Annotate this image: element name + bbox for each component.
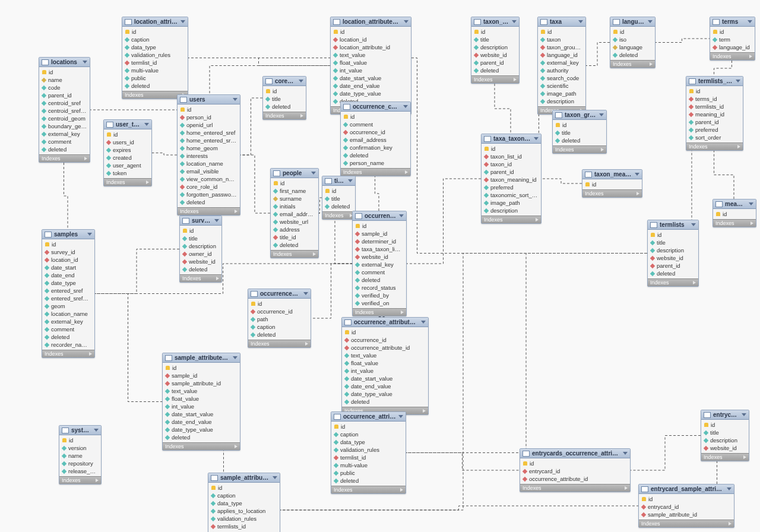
table-titles[interactable]: titlesidtitledeletedIndexes — [322, 176, 356, 220]
field[interactable]: title — [263, 95, 306, 103]
pk-field[interactable]: id — [639, 495, 734, 503]
table-header[interactable]: samples — [42, 230, 94, 239]
field[interactable]: verified_on — [353, 299, 406, 307]
field[interactable]: location_id — [42, 256, 94, 264]
field[interactable]: data_type — [331, 438, 406, 446]
field[interactable]: date_type_value — [342, 390, 428, 398]
field[interactable]: caption — [122, 36, 188, 43]
field[interactable]: home_geom — [178, 144, 240, 152]
table-header[interactable]: people — [271, 169, 318, 178]
chevron-down-icon[interactable] — [144, 123, 149, 126]
field[interactable]: taxon_meaning_id — [482, 176, 541, 183]
field[interactable]: description — [701, 436, 749, 444]
pk-field[interactable]: id — [686, 87, 743, 95]
field[interactable]: expires — [104, 146, 151, 154]
table-header[interactable]: languages — [610, 17, 655, 27]
field[interactable]: entrycard_id — [520, 467, 630, 475]
field[interactable]: comment — [39, 138, 90, 145]
pk-field[interactable]: id — [553, 121, 606, 129]
table-header[interactable]: location_attributes — [122, 17, 188, 27]
field[interactable]: date_start_value — [163, 410, 240, 418]
field[interactable]: public — [331, 469, 406, 477]
field[interactable]: text_value — [331, 51, 411, 59]
table-meanings[interactable]: meaningsidIndexes — [712, 199, 756, 227]
table-taxon_meanings[interactable]: taxon_meaningsidIndexes — [582, 169, 642, 198]
pk-field[interactable]: id — [520, 460, 630, 467]
field[interactable]: website_id — [471, 51, 519, 59]
pk-field[interactable]: id — [701, 421, 749, 429]
field[interactable]: deleted — [39, 145, 90, 153]
field[interactable]: home_entered_sref_system — [178, 137, 240, 144]
field[interactable]: occurrence_id — [248, 308, 311, 315]
field[interactable]: description — [471, 43, 519, 51]
table-header[interactable]: system — [59, 426, 101, 435]
field[interactable]: deleted — [553, 137, 606, 144]
field[interactable]: taxonomic_sort_order — [482, 191, 541, 199]
table-languages[interactable]: languagesidisolanguagedeletedIndexes — [610, 17, 656, 68]
pk-field[interactable]: id — [353, 222, 406, 230]
table-taxon_groups[interactable]: taxon_groupsidtitledeletedIndexes — [552, 110, 607, 154]
table-entrycards[interactable]: entrycardsidtitledescriptionwebsite_idIn… — [701, 410, 749, 461]
field[interactable]: address — [271, 226, 318, 233]
indexes-section[interactable]: Indexes — [163, 442, 240, 450]
field[interactable]: deleted — [471, 66, 519, 74]
indexes-section[interactable]: Indexes — [520, 484, 630, 492]
field[interactable]: core_role_id — [178, 183, 240, 191]
field[interactable]: termlists_id — [686, 103, 743, 110]
indexes-section[interactable]: Indexes — [471, 75, 519, 83]
field[interactable]: search_code — [538, 74, 585, 82]
table-header[interactable]: titles — [322, 176, 355, 186]
chevron-down-icon[interactable] — [311, 172, 316, 175]
chevron-down-icon[interactable] — [233, 98, 238, 101]
field[interactable]: iso — [610, 36, 655, 43]
chevron-down-icon[interactable] — [348, 179, 353, 182]
table-header[interactable]: taxon_groups — [553, 110, 606, 120]
field[interactable]: comment — [42, 325, 94, 333]
field[interactable]: applies_to_location — [208, 507, 280, 515]
pk-field[interactable]: id — [208, 484, 280, 492]
field[interactable]: deleted — [178, 198, 240, 206]
field[interactable]: entrycard_id — [639, 503, 734, 511]
table-header[interactable]: entrycard_sample_attributes — [639, 484, 734, 494]
pk-field[interactable]: id — [582, 180, 642, 188]
field[interactable]: date_type_value — [163, 426, 240, 433]
field[interactable]: termlist_id — [122, 59, 188, 66]
field[interactable]: code — [39, 84, 90, 91]
field[interactable]: date_end_value — [163, 418, 240, 426]
field[interactable]: verified_by — [353, 292, 406, 299]
table-terms[interactable]: termsidtermlanguage_idIndexes — [710, 17, 755, 61]
table-header[interactable]: occurrence_images — [248, 289, 311, 299]
table-occurrences[interactable]: occurrencesidsample_iddeterminer_idtaxa_… — [352, 211, 407, 316]
indexes-section[interactable]: Indexes — [482, 216, 541, 223]
field[interactable]: validation_rules — [122, 51, 188, 59]
field[interactable]: deleted — [163, 433, 240, 441]
table-header[interactable]: entrycards_occurrence_attributes — [520, 449, 630, 458]
field[interactable]: int_value — [163, 403, 240, 410]
field[interactable]: taxon — [538, 36, 585, 43]
indexes-section[interactable]: Indexes — [639, 520, 734, 527]
field[interactable]: website_id — [180, 258, 221, 265]
pk-field[interactable]: id — [341, 113, 410, 121]
field[interactable]: data_type — [122, 43, 188, 51]
table-header[interactable]: taxon_lists — [471, 17, 519, 27]
table-taxon_lists[interactable]: taxon_listsidtitledescriptionwebsite_idp… — [471, 17, 520, 84]
field[interactable]: date_start_value — [342, 375, 428, 382]
pk-field[interactable]: id — [482, 145, 541, 153]
field[interactable]: email_address — [341, 136, 410, 144]
field[interactable]: date_end — [42, 271, 94, 279]
field[interactable]: repository — [59, 460, 101, 467]
field[interactable]: sample_id — [163, 372, 240, 379]
field[interactable]: deleted — [648, 270, 698, 277]
field[interactable]: path — [248, 315, 311, 323]
field[interactable]: terms_id — [686, 95, 743, 103]
field[interactable]: multi-value — [122, 66, 188, 74]
pk-field[interactable]: id — [342, 328, 428, 336]
chevron-down-icon[interactable] — [623, 452, 628, 455]
table-header[interactable]: core_roles — [263, 77, 306, 86]
field[interactable]: public — [122, 74, 188, 82]
table-location_attributes_values[interactable]: location_attributes_valuesidlocation_idl… — [330, 17, 411, 115]
field[interactable]: recorder_names — [42, 341, 94, 349]
field[interactable]: meaning_id — [686, 110, 743, 118]
table-location_attributes[interactable]: location_attributesidcaptiondata_typeval… — [122, 17, 188, 99]
table-user_tokens[interactable]: user_tokensidusers_idexpirescreateduser_… — [103, 119, 152, 186]
